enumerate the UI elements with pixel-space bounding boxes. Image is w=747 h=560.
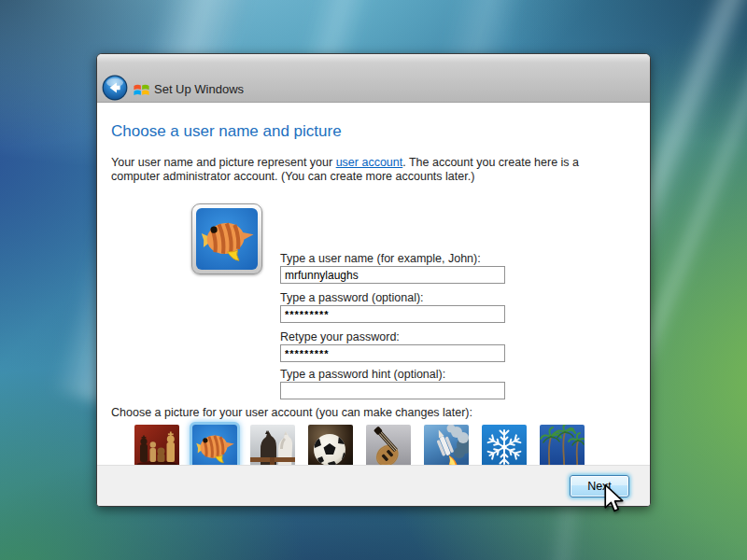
picture-chooser-label: Choose a picture for your user account (… [111,406,472,419]
wizard-titlebar: Set Up Windows [97,54,650,103]
username-input[interactable] [280,266,505,284]
user-avatar [191,203,262,274]
username-label: Type a user name (for example, John): [280,252,523,265]
picture-option-snowflake[interactable] [482,425,527,469]
password-label: Type a password (optional): [280,291,523,304]
picture-option-horses[interactable] [250,425,295,469]
bass-guitar-icon [366,425,411,469]
soccer-ball-icon [308,425,353,469]
picture-option-bass-guitar[interactable] [366,425,411,469]
wizard-content: Choose a user name and picture Your user… [97,104,650,466]
next-button[interactable]: Next [570,475,629,497]
wizard-footer: Next [97,465,650,506]
intro-before: Your user name and picture represent you… [111,156,336,169]
horses-icon [250,425,295,469]
password-hint-input[interactable] [280,382,505,399]
snowflake-icon [482,425,527,469]
back-arrow-icon [102,75,128,101]
back-button[interactable] [102,75,128,101]
picture-option-chess-pieces[interactable] [134,425,179,469]
picture-option-palm-trees[interactable] [540,425,585,469]
setup-wizard-window: Set Up Windows Choose a user name and pi… [96,53,651,507]
retype-password-input[interactable] [280,344,505,362]
rocket-launch-icon [424,425,469,469]
windows-flag-icon [133,81,150,99]
palm-trees-icon [540,425,585,469]
butterfly-fish-avatar-icon [196,208,258,270]
picture-option-rocket-launch[interactable] [424,425,469,469]
picture-option-soccer-ball[interactable] [308,425,353,469]
retype-password-label: Retype your password: [280,330,523,343]
intro-text: Your user name and picture represent you… [111,156,620,184]
chess-pieces-icon [134,425,179,469]
desktop-background: Set Up Windows Choose a user name and pi… [0,0,747,560]
butterfly-fish-icon [192,425,237,469]
wizard-title: Set Up Windows [154,82,244,96]
page-title: Choose a user name and picture [111,122,342,141]
password-hint-label: Type a password hint (optional): [280,368,523,381]
user-account-link[interactable]: user account [336,156,403,169]
password-input[interactable] [280,305,505,323]
picture-option-butterfly-fish[interactable] [192,425,237,469]
